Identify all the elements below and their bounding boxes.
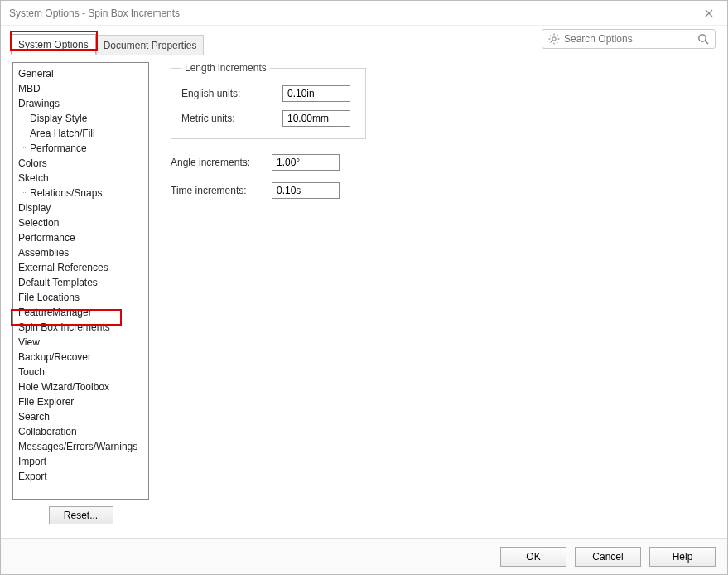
svg-line-5 bbox=[551, 36, 552, 37]
tab-document-properties[interactable]: Document Properties bbox=[96, 35, 205, 55]
search-icon bbox=[697, 32, 710, 46]
svg-point-0 bbox=[552, 37, 556, 41]
tree-item-default-templates[interactable]: Default Templates bbox=[17, 275, 145, 290]
tree-item-mbd[interactable]: MBD bbox=[17, 81, 145, 96]
tree-item-drawings[interactable]: Drawings bbox=[17, 96, 145, 111]
tree-item-performance[interactable]: Performance bbox=[17, 230, 145, 245]
tree-item-backup-recover[interactable]: Backup/Recover bbox=[17, 350, 145, 365]
time-increments-label: Time increments: bbox=[171, 185, 272, 196]
tree-item-hole-wizard-toolbox[interactable]: Hole Wizard/Toolbox bbox=[17, 379, 145, 394]
close-icon[interactable] bbox=[697, 5, 721, 22]
reset-button[interactable]: Reset... bbox=[49, 506, 113, 524]
english-units-input[interactable] bbox=[282, 85, 350, 102]
window-title: System Options - Spin Box Increments bbox=[9, 7, 180, 19]
svg-line-8 bbox=[551, 41, 552, 43]
tree-item-display-style[interactable]: Display Style bbox=[17, 111, 145, 126]
angle-increments-label: Angle increments: bbox=[171, 157, 272, 168]
cancel-button[interactable]: Cancel bbox=[575, 547, 641, 567]
dialog-footer: OK Cancel Help bbox=[1, 538, 727, 574]
tree-item-colors[interactable]: Colors bbox=[17, 156, 145, 171]
tree-item-area-hatch-fill[interactable]: Area Hatch/Fill bbox=[17, 126, 145, 141]
tree-item-relations-snaps[interactable]: Relations/Snaps bbox=[17, 186, 145, 201]
tree-item-sketch[interactable]: Sketch bbox=[17, 171, 145, 186]
options-dialog: System Options - Spin Box Increments Sys… bbox=[0, 0, 728, 575]
gear-icon bbox=[547, 32, 561, 46]
tree-item-drawings-performance[interactable]: Performance bbox=[17, 141, 145, 156]
svg-point-9 bbox=[699, 35, 706, 41]
length-increments-group: Length increments English units: Metric … bbox=[171, 62, 366, 139]
dialog-body: General MBD Drawings Display Style Area … bbox=[1, 54, 727, 538]
svg-line-6 bbox=[557, 41, 558, 43]
svg-line-10 bbox=[705, 41, 708, 44]
options-tree[interactable]: General MBD Drawings Display Style Area … bbox=[12, 62, 149, 500]
tree-item-spin-box-increments[interactable]: Spin Box Increments bbox=[17, 320, 145, 335]
side-column: General MBD Drawings Display Style Area … bbox=[12, 62, 149, 538]
ok-button[interactable]: OK bbox=[500, 547, 566, 567]
tree-item-file-explorer[interactable]: File Explorer bbox=[17, 394, 145, 409]
metric-units-input[interactable] bbox=[282, 110, 350, 127]
search-options-field[interactable] bbox=[542, 29, 716, 49]
search-input[interactable] bbox=[561, 33, 697, 45]
svg-line-7 bbox=[557, 36, 558, 37]
settings-panel: Length increments English units: Metric … bbox=[149, 62, 716, 538]
tree-item-messages-errors-warnings[interactable]: Messages/Errors/Warnings bbox=[17, 439, 145, 454]
english-units-label: English units: bbox=[181, 88, 282, 99]
tree-item-file-locations[interactable]: File Locations bbox=[17, 290, 145, 305]
tree-item-search[interactable]: Search bbox=[17, 409, 145, 424]
tree-item-assemblies[interactable]: Assemblies bbox=[17, 245, 145, 260]
tab-system-options[interactable]: System Options bbox=[11, 34, 96, 55]
tree-item-collaboration[interactable]: Collaboration bbox=[17, 424, 145, 439]
tree-item-import[interactable]: Import bbox=[17, 454, 145, 469]
tree-item-export[interactable]: Export bbox=[17, 469, 145, 484]
tree-item-featuremanager[interactable]: FeatureManager bbox=[17, 305, 145, 320]
length-increments-legend: Length increments bbox=[181, 62, 270, 74]
tree-item-external-references[interactable]: External References bbox=[17, 260, 145, 275]
tree-item-general[interactable]: General bbox=[17, 66, 145, 81]
tree-item-view[interactable]: View bbox=[17, 335, 145, 350]
tree-item-selection[interactable]: Selection bbox=[17, 215, 145, 230]
tree-item-touch[interactable]: Touch bbox=[17, 365, 145, 379]
tab-bar: System Options Document Properties bbox=[1, 26, 727, 54]
tree-item-display[interactable]: Display bbox=[17, 201, 145, 215]
metric-units-label: Metric units: bbox=[181, 113, 282, 124]
titlebar: System Options - Spin Box Increments bbox=[1, 1, 727, 26]
help-button[interactable]: Help bbox=[649, 547, 716, 567]
time-increments-input[interactable] bbox=[272, 182, 340, 199]
angle-increments-input[interactable] bbox=[272, 154, 340, 171]
